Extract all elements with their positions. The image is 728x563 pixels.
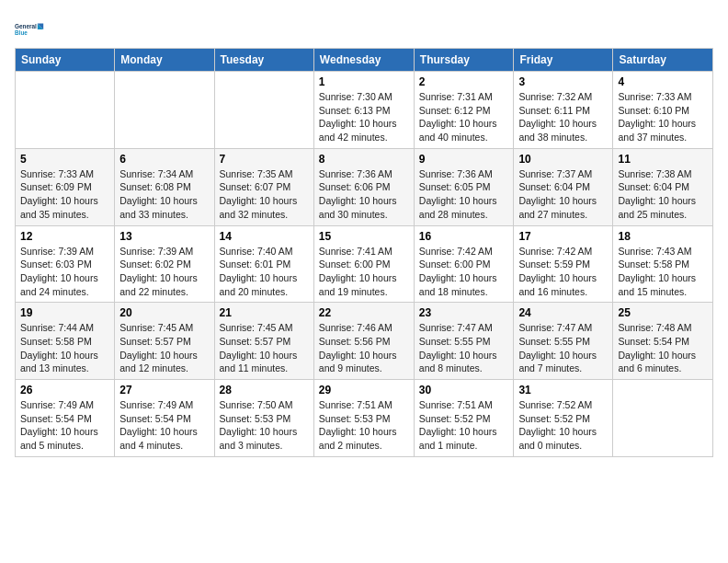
day-number: 3: [518, 75, 608, 88]
day-info: Sunrise: 7:51 AM Sunset: 5:53 PM Dayligh…: [319, 398, 409, 453]
day-info: Sunrise: 7:40 AM Sunset: 6:01 PM Dayligh…: [220, 245, 309, 299]
calendar-cell: 3Sunrise: 7:32 AM Sunset: 6:11 PM Daylig…: [514, 72, 613, 149]
calendar-cell: [16, 72, 115, 149]
day-number: 2: [419, 75, 509, 88]
calendar-week-row: 5Sunrise: 7:33 AM Sunset: 6:09 PM Daylig…: [16, 148, 713, 225]
day-info: Sunrise: 7:39 AM Sunset: 6:03 PM Dayligh…: [20, 245, 109, 299]
day-number: 12: [20, 230, 109, 243]
calendar-cell: 24Sunrise: 7:47 AM Sunset: 5:55 PM Dayli…: [514, 303, 613, 380]
calendar-cell: 12Sunrise: 7:39 AM Sunset: 6:03 PM Dayli…: [16, 225, 115, 303]
day-number: 25: [618, 306, 708, 319]
day-number: 10: [518, 153, 608, 166]
day-number: 15: [319, 230, 409, 243]
day-number: 1: [319, 75, 409, 88]
day-number: 17: [518, 230, 608, 243]
calendar-cell: 1Sunrise: 7:30 AM Sunset: 6:13 PM Daylig…: [313, 72, 414, 149]
calendar-cell: 28Sunrise: 7:50 AM Sunset: 5:53 PM Dayli…: [214, 380, 313, 457]
day-number: 16: [419, 230, 509, 243]
calendar-cell: 21Sunrise: 7:45 AM Sunset: 5:57 PM Dayli…: [214, 303, 313, 380]
calendar-cell: 30Sunrise: 7:51 AM Sunset: 5:52 PM Dayli…: [414, 380, 514, 457]
calendar-cell: 17Sunrise: 7:42 AM Sunset: 5:59 PM Dayli…: [514, 225, 613, 303]
day-info: Sunrise: 7:52 AM Sunset: 5:52 PM Dayligh…: [518, 398, 608, 453]
day-number: 29: [319, 384, 409, 396]
header-sunday: Sunday: [16, 49, 115, 72]
day-info: Sunrise: 7:36 AM Sunset: 6:06 PM Dayligh…: [319, 167, 409, 222]
calendar-cell: 5Sunrise: 7:33 AM Sunset: 6:09 PM Daylig…: [16, 148, 115, 225]
calendar-week-row: 26Sunrise: 7:49 AM Sunset: 5:54 PM Dayli…: [16, 380, 713, 457]
day-number: 9: [419, 153, 509, 166]
day-number: 30: [419, 384, 509, 396]
day-info: Sunrise: 7:46 AM Sunset: 5:56 PM Dayligh…: [319, 321, 409, 375]
logo: GeneralBlue: [15, 15, 44, 44]
day-info: Sunrise: 7:45 AM Sunset: 5:57 PM Dayligh…: [220, 321, 309, 375]
day-number: 4: [618, 75, 708, 88]
day-info: Sunrise: 7:50 AM Sunset: 5:53 PM Dayligh…: [220, 398, 309, 453]
day-info: Sunrise: 7:32 AM Sunset: 6:11 PM Dayligh…: [518, 90, 608, 144]
day-info: Sunrise: 7:36 AM Sunset: 6:05 PM Dayligh…: [419, 167, 509, 222]
day-number: 18: [618, 230, 708, 243]
day-number: 5: [20, 153, 109, 166]
day-info: Sunrise: 7:38 AM Sunset: 6:04 PM Dayligh…: [618, 167, 708, 222]
calendar-cell: [214, 72, 313, 149]
calendar-cell: 26Sunrise: 7:49 AM Sunset: 5:54 PM Dayli…: [16, 380, 115, 457]
calendar-cell: 16Sunrise: 7:42 AM Sunset: 6:00 PM Dayli…: [414, 225, 514, 303]
day-info: Sunrise: 7:30 AM Sunset: 6:13 PM Dayligh…: [319, 90, 409, 144]
day-info: Sunrise: 7:34 AM Sunset: 6:08 PM Dayligh…: [119, 167, 209, 222]
calendar-cell: 8Sunrise: 7:36 AM Sunset: 6:06 PM Daylig…: [313, 148, 414, 225]
calendar-cell: 19Sunrise: 7:44 AM Sunset: 5:58 PM Dayli…: [16, 303, 115, 380]
calendar-cell: [613, 380, 713, 457]
day-number: 8: [319, 153, 409, 166]
svg-text:General: General: [15, 23, 37, 29]
day-number: 13: [119, 230, 209, 243]
day-number: 31: [518, 384, 608, 396]
day-number: 23: [419, 306, 509, 319]
calendar-cell: 2Sunrise: 7:31 AM Sunset: 6:12 PM Daylig…: [414, 72, 514, 149]
day-number: 20: [119, 306, 209, 319]
day-info: Sunrise: 7:48 AM Sunset: 5:54 PM Dayligh…: [618, 321, 708, 375]
header-wednesday: Wednesday: [313, 49, 414, 72]
day-info: Sunrise: 7:42 AM Sunset: 5:59 PM Dayligh…: [518, 245, 608, 299]
header-saturday: Saturday: [613, 49, 713, 72]
calendar-cell: 27Sunrise: 7:49 AM Sunset: 5:54 PM Dayli…: [115, 380, 214, 457]
calendar-week-row: 19Sunrise: 7:44 AM Sunset: 5:58 PM Dayli…: [16, 303, 713, 380]
calendar-cell: [115, 72, 214, 149]
day-number: 7: [220, 153, 309, 166]
calendar-header-row: SundayMondayTuesdayWednesdayThursdayFrid…: [16, 49, 713, 72]
day-number: 14: [220, 230, 309, 243]
day-info: Sunrise: 7:51 AM Sunset: 5:52 PM Dayligh…: [419, 398, 509, 453]
day-number: 6: [119, 153, 209, 166]
day-number: 21: [220, 306, 309, 319]
page-header: GeneralBlue: [15, 15, 713, 44]
day-info: Sunrise: 7:39 AM Sunset: 6:02 PM Dayligh…: [119, 245, 209, 299]
day-info: Sunrise: 7:35 AM Sunset: 6:07 PM Dayligh…: [220, 167, 309, 222]
calendar-cell: 22Sunrise: 7:46 AM Sunset: 5:56 PM Dayli…: [313, 303, 414, 380]
header-thursday: Thursday: [414, 49, 514, 72]
day-info: Sunrise: 7:43 AM Sunset: 5:58 PM Dayligh…: [618, 245, 708, 299]
calendar-cell: 31Sunrise: 7:52 AM Sunset: 5:52 PM Dayli…: [514, 380, 613, 457]
day-number: 19: [20, 306, 109, 319]
calendar-cell: 13Sunrise: 7:39 AM Sunset: 6:02 PM Dayli…: [115, 225, 214, 303]
calendar-cell: 4Sunrise: 7:33 AM Sunset: 6:10 PM Daylig…: [613, 72, 713, 149]
day-info: Sunrise: 7:45 AM Sunset: 5:57 PM Dayligh…: [119, 321, 209, 375]
calendar-cell: 6Sunrise: 7:34 AM Sunset: 6:08 PM Daylig…: [115, 148, 214, 225]
calendar-cell: 25Sunrise: 7:48 AM Sunset: 5:54 PM Dayli…: [613, 303, 713, 380]
day-info: Sunrise: 7:47 AM Sunset: 5:55 PM Dayligh…: [518, 321, 608, 375]
calendar-cell: 10Sunrise: 7:37 AM Sunset: 6:04 PM Dayli…: [514, 148, 613, 225]
calendar-cell: 11Sunrise: 7:38 AM Sunset: 6:04 PM Dayli…: [613, 148, 713, 225]
calendar-cell: 18Sunrise: 7:43 AM Sunset: 5:58 PM Dayli…: [613, 225, 713, 303]
day-info: Sunrise: 7:37 AM Sunset: 6:04 PM Dayligh…: [518, 167, 608, 222]
day-number: 22: [319, 306, 409, 319]
header-tuesday: Tuesday: [214, 49, 313, 72]
day-info: Sunrise: 7:49 AM Sunset: 5:54 PM Dayligh…: [20, 398, 109, 453]
calendar-table: SundayMondayTuesdayWednesdayThursdayFrid…: [15, 48, 713, 457]
calendar-cell: 29Sunrise: 7:51 AM Sunset: 5:53 PM Dayli…: [313, 380, 414, 457]
calendar-cell: 7Sunrise: 7:35 AM Sunset: 6:07 PM Daylig…: [214, 148, 313, 225]
calendar-cell: 9Sunrise: 7:36 AM Sunset: 6:05 PM Daylig…: [414, 148, 514, 225]
svg-text:Blue: Blue: [15, 29, 28, 36]
calendar-week-row: 12Sunrise: 7:39 AM Sunset: 6:03 PM Dayli…: [16, 225, 713, 303]
calendar-cell: 23Sunrise: 7:47 AM Sunset: 5:55 PM Dayli…: [414, 303, 514, 380]
day-info: Sunrise: 7:41 AM Sunset: 6:00 PM Dayligh…: [319, 245, 409, 299]
day-info: Sunrise: 7:42 AM Sunset: 6:00 PM Dayligh…: [419, 245, 509, 299]
day-info: Sunrise: 7:31 AM Sunset: 6:12 PM Dayligh…: [419, 90, 509, 144]
day-number: 28: [220, 384, 309, 396]
